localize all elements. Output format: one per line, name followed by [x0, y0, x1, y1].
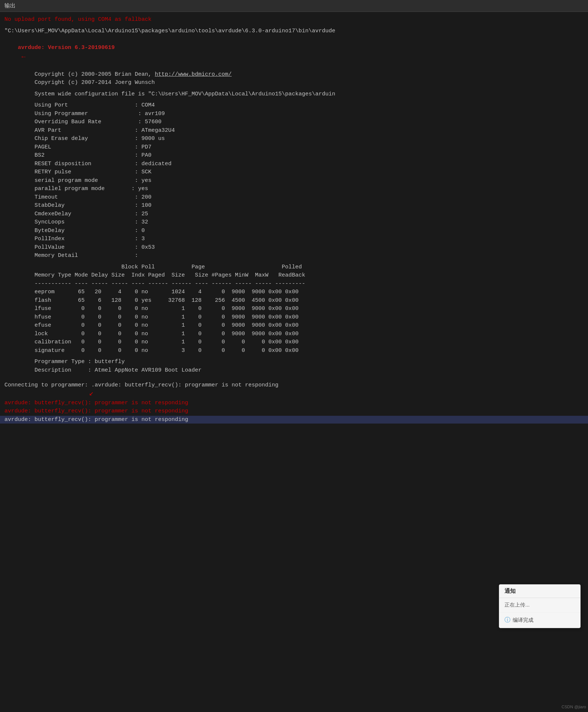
top-bar: 输出 [0, 0, 588, 12]
avrdude-version-line: avrdude: Version 6.3-20190619 ← [0, 35, 588, 71]
terminal-area: No upload port found, using COM4 as fall… [0, 12, 588, 710]
arrow2-icon: ↙ [0, 390, 588, 397]
err2-line: avrdude: butterfly_recv(): programmer is… [0, 407, 588, 416]
err3-line: avrdude: butterfly_recv(): programmer is… [0, 416, 588, 424]
upload-fail-line: No upload port found, using COM4 as fall… [0, 16, 588, 24]
connecting-line: Connecting to programmer: .avrdude: butt… [0, 381, 588, 390]
compiled-label: 编译完成 [513, 617, 533, 624]
err1-line: avrdude: butterfly_recv(): programmer is… [0, 399, 588, 408]
info-icon: ⓘ [504, 616, 510, 624]
notification-panel: 通知 正在上传... ⓘ 编译完成 [499, 584, 581, 628]
notification-compiled: ⓘ 编译完成 [499, 613, 580, 628]
notification-uploading: 正在上传... [499, 598, 580, 613]
arrow1-icon: ← [22, 53, 26, 61]
watermark: CSDN @jiaro [560, 704, 588, 710]
top-bar-title: 输出 [4, 2, 16, 9]
notification-header: 通知 [499, 585, 580, 598]
cmd-path-line: "C:\Users\HF_MOV\AppData\Local\Arduino15… [0, 27, 588, 36]
